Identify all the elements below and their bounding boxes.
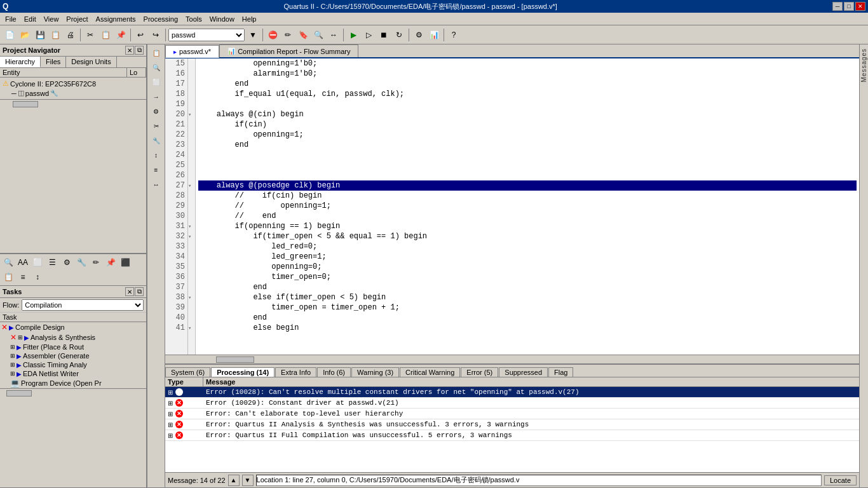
msg-row[interactable]: ⊞✕Error: Quartus II Analysis & Synthesis…: [165, 419, 859, 430]
tool-icon-4[interactable]: ☰: [45, 255, 59, 269]
open-button[interactable]: 📂: [18, 28, 32, 42]
code-line-35[interactable]: openning=0;: [198, 262, 857, 272]
msg-expand-icon[interactable]: ⊞: [168, 421, 173, 428]
menu-assignments[interactable]: Assignments: [92, 14, 140, 24]
code-line-22[interactable]: openning=1;: [198, 130, 857, 140]
code-line-18[interactable]: if_equal u1(equal, cin, passwd, clk);: [198, 89, 857, 99]
msg-tab-error__5_[interactable]: Error (5): [461, 367, 498, 377]
sidebar-icon-9[interactable]: ≡: [149, 163, 163, 177]
menu-edit[interactable]: Edit: [20, 14, 40, 24]
cut-button[interactable]: ✂: [83, 28, 97, 42]
code-line-29[interactable]: // openning=1;: [198, 201, 857, 211]
prog-btn[interactable]: ⚙: [412, 28, 426, 42]
task-fitter[interactable]: ⊞ ▶ Fitter (Place & Rout: [9, 342, 146, 351]
code-line-15[interactable]: openning=1'b0;: [198, 58, 857, 69]
msg-row[interactable]: ⊞✕Error (10028): Can't resolve multiple …: [165, 387, 859, 398]
close-button[interactable]: ✕: [855, 2, 865, 11]
stop-button[interactable]: ⛔: [266, 28, 280, 42]
locate-button[interactable]: Locate: [824, 475, 857, 485]
tab-hierarchy[interactable]: Hierarchy: [0, 57, 41, 67]
sidebar-icon-3[interactable]: ⬜: [149, 75, 163, 89]
sidebar-icon-10[interactable]: ↔: [149, 177, 163, 191]
msg-row[interactable]: ⊞✕Error: Quartus II Full Compilation was…: [165, 430, 859, 441]
msg-down-btn[interactable]: ▼: [242, 475, 254, 486]
tool-icon-8[interactable]: 📌: [104, 255, 118, 269]
msg-up-btn[interactable]: ▲: [228, 475, 240, 486]
maximize-button[interactable]: □: [844, 2, 854, 11]
task-compile-design[interactable]: ✕ ▶ Compile Design: [0, 322, 146, 332]
msg-tab-flag[interactable]: Flag: [548, 367, 573, 377]
nav-close-btn[interactable]: ✕: [125, 46, 134, 55]
minimize-button[interactable]: ─: [832, 2, 843, 11]
sim-btn[interactable]: 📊: [427, 28, 441, 42]
sidebar-icon-6[interactable]: ✂: [149, 119, 163, 133]
tab-compilation-report[interactable]: 📊 Compilation Report - Flow Summary: [219, 44, 358, 57]
tasks-hscrollbar[interactable]: [0, 388, 146, 397]
code-line-20[interactable]: always @(cin) begin: [198, 109, 857, 119]
msg-tab-warning__3_[interactable]: Warning (3): [351, 367, 399, 377]
msg-tab-info__6_[interactable]: Info (6): [317, 367, 351, 377]
sidebar-icon-8[interactable]: ↕: [149, 148, 163, 162]
menu-window[interactable]: Window: [206, 14, 238, 24]
tab-design-units[interactable]: Design Units: [66, 57, 116, 67]
code-line-37[interactable]: end: [198, 282, 857, 292]
msg-expand-icon[interactable]: ⊞: [168, 389, 173, 396]
nav-hscrollbar[interactable]: [0, 99, 146, 108]
sidebar-icon-5[interactable]: ⚙: [149, 104, 163, 118]
tool-icon-7[interactable]: ✏: [89, 255, 103, 269]
bookmark-button[interactable]: 🔖: [296, 28, 310, 42]
code-line-33[interactable]: led_red=0;: [198, 241, 857, 252]
task-analysis[interactable]: ✕ ⊞ ▶ Analysis & Synthesis: [9, 332, 146, 342]
msg-expand-icon[interactable]: ⊞: [168, 400, 173, 407]
code-line-32[interactable]: if(timer_open < 5 && equal == 1) begin: [198, 231, 857, 241]
tool-icon-11[interactable]: ≡: [16, 270, 30, 284]
code-line-41[interactable]: else begin: [198, 323, 857, 333]
start-btn[interactable]: ▷: [362, 28, 376, 42]
sidebar-icon-7[interactable]: 🔧: [149, 133, 163, 147]
code-line-34[interactable]: led_green=1;: [198, 252, 857, 262]
tab-passwd-v[interactable]: ▸ passwd.v*: [165, 45, 219, 58]
save-as-button[interactable]: 📋: [48, 28, 62, 42]
code-line-27[interactable]: always @(posedge clk) begin: [198, 180, 857, 191]
code-line-28[interactable]: // if(cin) begin: [198, 191, 857, 201]
code-line-31[interactable]: if(openning == 1) begin: [198, 221, 857, 231]
tool-icon-12[interactable]: ↕: [31, 270, 44, 284]
tasks-close-btn[interactable]: ✕: [125, 287, 134, 296]
paste-button[interactable]: 📌: [114, 28, 128, 42]
undo-button[interactable]: ↩: [133, 28, 147, 42]
code-line-39[interactable]: timer_open = timer_open + 1;: [198, 302, 857, 313]
new-button[interactable]: 📄: [3, 28, 17, 42]
nav-item-passwd[interactable]: ─ ◫ passwd 🔧: [1, 88, 145, 98]
msg-tab-critical_warning[interactable]: Critical Warning: [400, 367, 460, 377]
code-line-25[interactable]: [198, 160, 857, 170]
menu-processing[interactable]: Processing: [140, 14, 182, 24]
compile-btn[interactable]: ▶: [346, 28, 360, 42]
editor-hscrollbar[interactable]: [165, 355, 859, 363]
copy-button[interactable]: 📋: [98, 28, 112, 42]
task-assembler[interactable]: ⊞ ▶ Assembler (Generate: [9, 351, 146, 360]
save-button[interactable]: 💾: [33, 28, 47, 42]
tool-icon-5[interactable]: ⚙: [60, 255, 74, 269]
nav-float-btn[interactable]: ⧉: [135, 46, 144, 55]
msg-tab-suppressed[interactable]: Suppressed: [499, 367, 548, 377]
menu-project[interactable]: Project: [62, 14, 92, 24]
code-line-19[interactable]: [198, 99, 857, 109]
msg-expand-icon[interactable]: ⊞: [168, 432, 173, 439]
code-line-30[interactable]: // end: [198, 211, 857, 221]
menu-view[interactable]: View: [40, 14, 63, 24]
msg-expand-icon[interactable]: ⊞: [168, 410, 173, 417]
task-eda[interactable]: ⊞ ▶ EDA Netlist Writer: [9, 369, 146, 378]
edit-button[interactable]: ✏: [281, 28, 295, 42]
nav-item-cyclone[interactable]: ⚠ Cyclone II: EP2C35F672C8: [1, 79, 145, 88]
tool-icon-9[interactable]: ⬛: [118, 255, 132, 269]
code-line-16[interactable]: alarming=1'b0;: [198, 69, 857, 79]
msg-location-input[interactable]: [256, 475, 822, 486]
msg-tab-system__6_[interactable]: System (6): [165, 367, 210, 377]
recompile-btn[interactable]: ↻: [392, 28, 406, 42]
msg-row[interactable]: ⊞✕Error (10029): Constant driver at pass…: [165, 398, 859, 409]
tab-files[interactable]: Files: [41, 57, 66, 67]
replace-button[interactable]: ↔: [327, 28, 341, 42]
print-button[interactable]: 🖨: [64, 28, 78, 42]
code-line-26[interactable]: [198, 170, 857, 180]
menu-file[interactable]: File: [1, 14, 20, 24]
